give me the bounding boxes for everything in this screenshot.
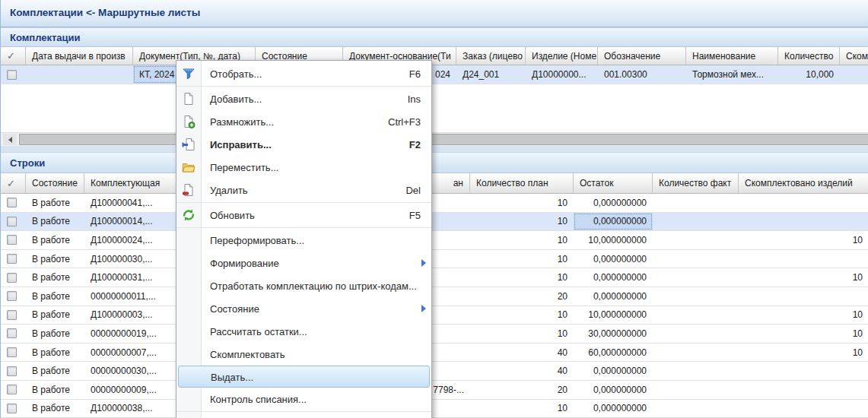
cell[interactable]: 10,000	[778, 65, 840, 84]
stroki-row[interactable]: В работеД100000030,...100,000000000	[1, 250, 868, 269]
row-checkbox-cell[interactable]	[1, 381, 26, 399]
cell[interactable]: Д10000000...	[526, 65, 598, 84]
cell-assembled[interactable]	[739, 362, 868, 380]
row-checkbox[interactable]	[7, 366, 17, 376]
cell-assembled[interactable]: 10	[739, 268, 868, 287]
cell-fact[interactable]	[653, 194, 739, 212]
stroki-row[interactable]: В работеД100000031,...100,00000000010	[1, 268, 868, 287]
cell-fact[interactable]	[653, 231, 739, 249]
row-checkbox-cell[interactable]	[1, 287, 26, 306]
menu-item-move[interactable]: Переместить...	[176, 156, 431, 179]
row-checkbox[interactable]	[7, 291, 17, 301]
cell-remainder[interactable]: 0,000000000	[574, 250, 653, 268]
cell-assembled[interactable]: 10	[739, 344, 868, 362]
cell-assembled[interactable]: 10	[739, 306, 868, 325]
stroki-row[interactable]: В работеД100000003,...1010,00000000010	[1, 306, 868, 325]
cell-plan[interactable]: 40	[470, 344, 574, 362]
stroki-row[interactable]: В работеД100000014,...100,000000000	[1, 213, 868, 232]
cell-remainder[interactable]: 0,000000000	[574, 381, 653, 399]
cell-state[interactable]: В работе	[26, 194, 84, 212]
cell-fact[interactable]	[653, 268, 739, 287]
stroki-row[interactable]: В работе00000000007,...4060,00000000010	[1, 344, 868, 363]
cell-state[interactable]: В работе	[26, 231, 84, 249]
cell-fact[interactable]	[653, 381, 739, 399]
cell-state[interactable]: В работе	[26, 381, 84, 399]
stroki-row[interactable]: В работеД100000024,...1010,00000000010	[1, 231, 868, 250]
menu-item-duplicate[interactable]: Размножить...Ctrl+F3	[176, 110, 431, 133]
row-checkbox-cell[interactable]	[1, 194, 26, 212]
cell-remainder[interactable]: 10,000000000	[574, 306, 653, 325]
cell-remainder[interactable]: 10,000000000	[574, 231, 653, 249]
column-header[interactable]: Ском	[840, 47, 868, 65]
cell-remainder[interactable]: 0,000000000	[574, 213, 653, 231]
row-checkbox-cell[interactable]	[1, 268, 26, 287]
cell-fact[interactable]	[653, 306, 739, 325]
cell-plan[interactable]: 10	[470, 213, 574, 231]
cell[interactable]: Тормозной мех...	[686, 65, 778, 84]
row-checkbox[interactable]	[7, 254, 17, 264]
cell-state[interactable]: В работе	[26, 250, 84, 268]
column-header[interactable]: Количество план	[470, 173, 574, 193]
scrollbar-thumb[interactable]	[19, 134, 868, 145]
cell-assembled[interactable]: 10	[739, 231, 868, 249]
cell[interactable]: Д24_001	[456, 65, 526, 84]
cell-state[interactable]: В работе	[26, 400, 84, 418]
row-checkbox-cell[interactable]	[1, 306, 26, 325]
cell-remainder[interactable]: 0,000000000	[574, 268, 653, 287]
row-checkbox[interactable]	[7, 198, 17, 207]
column-header[interactable]: Заказ (лицево	[456, 47, 526, 65]
cell-remainder[interactable]: 0,000000000	[574, 362, 653, 380]
cell-fact[interactable]	[653, 344, 739, 362]
cell-state[interactable]: В работе	[26, 287, 84, 306]
scroll-left-button[interactable]	[3, 134, 17, 145]
cell-remainder[interactable]: 0,000000000	[574, 287, 653, 306]
menu-item-refresh[interactable]: ОбновитьF5	[176, 204, 431, 226]
cell-fact[interactable]	[653, 362, 739, 380]
row-checkbox-cell[interactable]	[1, 65, 26, 84]
select-all-column-header[interactable]: ✓	[1, 173, 26, 193]
cell[interactable]: 001.00300	[598, 65, 686, 84]
cell-plan[interactable]: 10	[470, 250, 574, 268]
stroki-row[interactable]: В работе00000000011,...200,000000000	[1, 287, 868, 306]
column-header[interactable]: Количество	[778, 47, 840, 65]
column-header[interactable]: Наименование	[686, 47, 778, 65]
cell-fact[interactable]	[653, 400, 739, 418]
cell-state[interactable]: В работе	[26, 306, 84, 325]
cell-fact[interactable]	[653, 325, 739, 343]
cell-remainder[interactable]: 60,000000000	[574, 344, 653, 362]
cell[interactable]	[840, 65, 868, 84]
row-checkbox[interactable]	[7, 404, 17, 413]
row-checkbox[interactable]	[7, 217, 17, 226]
cell-assembled[interactable]	[739, 287, 868, 306]
row-checkbox-cell[interactable]	[1, 362, 26, 380]
cell-state[interactable]: В работе	[26, 344, 84, 362]
menu-item-state[interactable]: Состояние	[176, 297, 431, 320]
stroki-row[interactable]: В работеД100000041,...100,000000000	[1, 194, 868, 213]
cell-plan[interactable]: 40	[470, 362, 574, 380]
cell-assembled[interactable]	[739, 400, 868, 418]
menu-item-assemble[interactable]: Скомплектовать	[176, 343, 431, 366]
stroki-row[interactable]: В работе00000000009,...7798-...200,00000…	[1, 381, 868, 400]
row-checkbox[interactable]	[7, 310, 17, 320]
row-checkbox[interactable]	[7, 70, 17, 80]
menu-item-process-barcodes[interactable]: Отработать комплектацию по штрих-кодам..…	[176, 274, 431, 297]
cell-remainder[interactable]: 0,000000000	[574, 194, 653, 212]
row-checkbox[interactable]	[7, 347, 17, 357]
row-checkbox-cell[interactable]	[1, 231, 26, 249]
column-header[interactable]: Дата выдачи в произв	[26, 47, 133, 65]
menu-item-calc-remainders[interactable]: Рассчитать остатки...	[176, 320, 431, 343]
cell-state[interactable]: В работе	[26, 362, 84, 380]
cell-assembled[interactable]	[739, 194, 868, 212]
menu-item-edit[interactable]: Исправить...F2	[176, 133, 431, 156]
cell-assembled[interactable]: 10	[739, 325, 868, 343]
menu-item-filter[interactable]: Отобрать...F6	[176, 62, 431, 85]
row-checkbox[interactable]	[7, 385, 17, 394]
menu-item-issue[interactable]: Выдать...	[178, 366, 430, 388]
cell-fact[interactable]	[653, 213, 739, 231]
column-header[interactable]: Обозначение	[598, 47, 686, 65]
row-checkbox[interactable]	[7, 273, 17, 283]
row-checkbox-cell[interactable]	[1, 400, 26, 418]
cell-assembled[interactable]	[739, 250, 868, 268]
cell-plan[interactable]: 10	[470, 194, 574, 212]
cell-plan[interactable]: 20	[470, 287, 574, 306]
